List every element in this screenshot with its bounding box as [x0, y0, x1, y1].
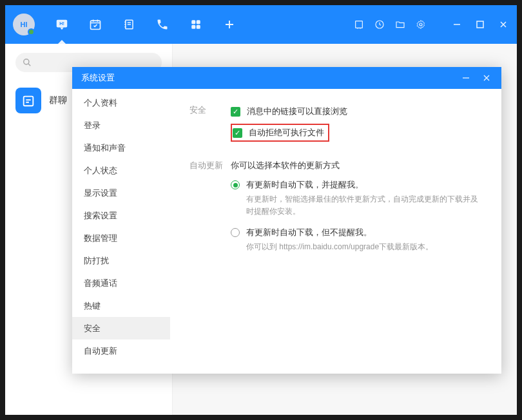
- radio-option-auto-remind[interactable]: 有更新时自动下载，并提醒我。: [231, 179, 482, 191]
- apps-icon[interactable]: [188, 17, 204, 32]
- modal-close-button[interactable]: [481, 72, 492, 84]
- chat-item-label: 群聊: [49, 95, 67, 106]
- checkbox-row-links[interactable]: ✓ 消息中的链接可以直接浏览: [231, 104, 347, 119]
- checkbox-checked-icon: ✓: [231, 107, 240, 117]
- folder-icon[interactable]: [394, 19, 406, 30]
- svg-rect-6: [191, 25, 195, 29]
- radio-label: 有更新时自动下载，但不提醒我。: [246, 227, 372, 238]
- title-bar: HI H!: [5, 5, 517, 44]
- settings-sidebar-item[interactable]: 自动更新: [72, 339, 170, 362]
- radio-option-no-remind[interactable]: 有更新时自动下载，但不提醒我。: [231, 227, 482, 238]
- settings-icon[interactable]: [415, 19, 427, 30]
- checkbox-label: 自动拒绝可执行文件: [249, 127, 324, 138]
- search-icon: [23, 58, 32, 67]
- radio-desc: 你可以到 https://im.baidu.com/upgrade下载最新版本。: [246, 241, 482, 253]
- nav-icons: H!: [54, 17, 237, 32]
- chat-icon[interactable]: H!: [54, 17, 70, 32]
- radio-desc: 有更新时，智能选择最佳的软件更新方式，自动完成更新的下载并及时提醒你安装。: [246, 193, 482, 218]
- svg-rect-13: [24, 97, 34, 106]
- status-dot-icon: [28, 28, 35, 35]
- plus-icon[interactable]: [222, 17, 237, 32]
- svg-point-10: [420, 23, 422, 26]
- notebook-icon[interactable]: [121, 17, 137, 32]
- settings-sidebar-item[interactable]: 通知和声音: [72, 137, 170, 159]
- group-chat-icon: [15, 88, 41, 113]
- settings-sidebar-item[interactable]: 个人资料: [72, 91, 170, 114]
- upgrade-link[interactable]: https://im.baidu.com/upgrade: [279, 242, 379, 251]
- settings-sidebar-item[interactable]: 安全: [72, 317, 170, 339]
- svg-rect-8: [356, 21, 363, 28]
- section-title-security: 安全: [189, 104, 231, 133]
- history-icon[interactable]: [374, 19, 385, 30]
- radio-checked-icon: [231, 180, 240, 189]
- screenshot-icon[interactable]: [353, 19, 365, 30]
- modal-title: 系统设置: [81, 72, 115, 84]
- checkbox-checked-icon: ✓: [233, 128, 242, 138]
- highlight-box: ✓ 自动拒绝可执行文件: [231, 124, 329, 142]
- settings-sidebar-item[interactable]: 音频通话: [72, 272, 170, 294]
- minimize-button[interactable]: [451, 19, 463, 30]
- svg-rect-4: [191, 20, 195, 24]
- svg-rect-2: [91, 21, 101, 29]
- close-button[interactable]: [498, 19, 509, 30]
- update-desc: 你可以选择本软件的更新方式: [231, 160, 482, 171]
- settings-sidebar-item[interactable]: 防打扰: [72, 249, 170, 272]
- phone-icon[interactable]: [155, 17, 170, 32]
- section-title-autoupdate: 自动更新: [189, 160, 231, 254]
- svg-rect-7: [197, 25, 200, 29]
- settings-sidebar: 个人资料登录通知和声音个人状态显示设置搜索设置数据管理防打扰音频通话热键安全自动…: [72, 89, 170, 374]
- radio-unchecked-icon: [231, 228, 240, 237]
- checkbox-row-executable[interactable]: ✓ 自动拒绝可执行文件: [233, 126, 324, 140]
- settings-sidebar-item[interactable]: 热键: [72, 294, 170, 317]
- avatar-text: HI: [21, 21, 28, 28]
- settings-sidebar-item[interactable]: 显示设置: [72, 182, 170, 204]
- maximize-button[interactable]: [474, 19, 486, 30]
- svg-text:H!: H!: [59, 21, 64, 26]
- settings-sidebar-item[interactable]: 登录: [72, 114, 170, 137]
- checkbox-label: 消息中的链接可以直接浏览: [247, 106, 347, 117]
- calendar-icon[interactable]: [88, 17, 103, 32]
- svg-point-12: [24, 59, 29, 64]
- radio-label: 有更新时自动下载，并提醒我。: [246, 179, 363, 191]
- settings-sidebar-item[interactable]: 数据管理: [72, 227, 170, 249]
- modal-minimize-button[interactable]: [460, 72, 472, 84]
- svg-rect-5: [197, 20, 200, 24]
- settings-sidebar-item[interactable]: 搜索设置: [72, 204, 170, 227]
- settings-content: 安全 ✓ 消息中的链接可以直接浏览 ✓ 自动拒绝可执行文件 自动更新: [170, 89, 501, 374]
- svg-rect-11: [477, 21, 483, 28]
- settings-modal: 系统设置 个人资料登录通知和声音个人状态显示设置搜索设置数据管理防打扰音频通话热…: [72, 67, 501, 374]
- window-controls: [353, 19, 509, 30]
- user-avatar[interactable]: HI: [13, 14, 35, 35]
- modal-header[interactable]: 系统设置: [72, 67, 501, 89]
- settings-sidebar-item[interactable]: 个人状态: [72, 159, 170, 182]
